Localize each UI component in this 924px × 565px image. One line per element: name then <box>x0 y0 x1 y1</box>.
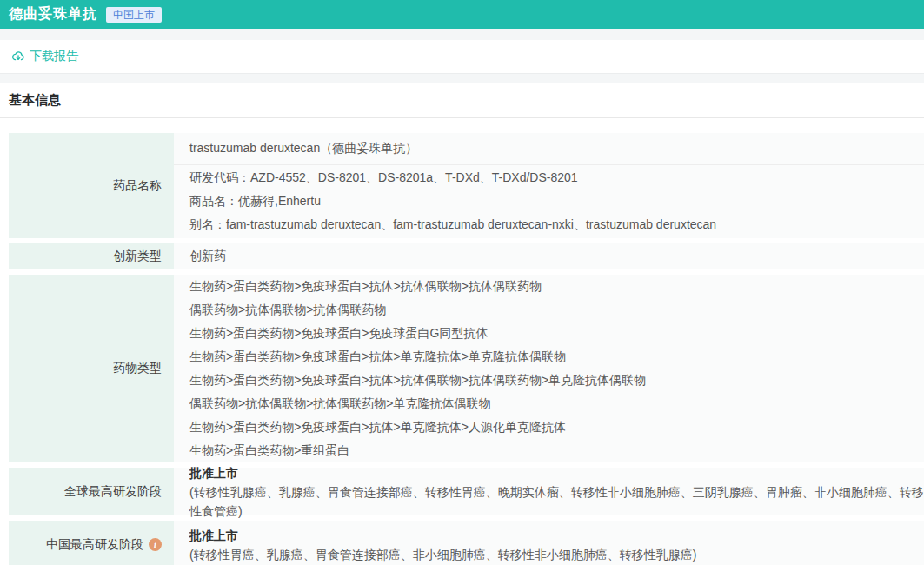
drug-type-line: 生物药>蛋白类药物>重组蛋白 <box>189 439 924 462</box>
drug-type-line: 生物药>蛋白类药物>免疫球蛋白>抗体>单克隆抗体>单克隆抗体偶联物 <box>189 345 924 369</box>
row-value-drug-type: 生物药>蛋白类药物>免疫球蛋白>抗体>抗体偶联物>抗体偶联药物 偶联药物>抗体偶… <box>174 275 924 462</box>
table-row-drug-type: 药物类型 生物药>蛋白类药物>免疫球蛋白>抗体>抗体偶联物>抗体偶联药物 偶联药… <box>9 275 924 462</box>
china-listed-badge: 中国上市 <box>106 7 162 23</box>
global-stage-indications: (转移性乳腺癌、乳腺癌、胃食管连接部癌、转移性胃癌、晚期实体瘤、转移性非小细胞肺… <box>189 482 924 521</box>
cloud-download-icon <box>11 50 25 63</box>
row-value-china-stage: 批准上市 (转移性胃癌、乳腺癌、胃食管连接部癌、非小细胞肺癌、转移性非小细胞肺癌… <box>174 521 924 565</box>
drug-alias-line: 别名：fam-trastuzumab deruxtecan、fam-trastu… <box>189 213 924 236</box>
drug-type-line: 生物药>蛋白类药物>免疫球蛋白>抗体>单克隆抗体>人源化单克隆抗体 <box>189 415 924 439</box>
drug-brand-line: 商品名：优赫得,Enhertu <box>189 189 924 213</box>
info-circle-icon[interactable]: i <box>149 538 162 551</box>
table-row-china-stage: 中国最高研发阶段 i 批准上市 (转移性胃癌、乳腺癌、胃食管连接部癌、非小细胞肺… <box>9 521 924 565</box>
page-title: 德曲妥珠单抗 <box>9 5 97 23</box>
row-label-global-stage: 全球最高研发阶段 <box>9 468 174 515</box>
table-row-drug-name: 药品名称 trastuzumab deruxtecan（德曲妥珠单抗） 研发代码… <box>9 133 924 238</box>
drug-type-line: 偶联药物>抗体偶联物>抗体偶联药物>单克隆抗体偶联物 <box>189 392 924 415</box>
row-label-drug-name: 药品名称 <box>9 133 174 238</box>
download-report-label: 下载报告 <box>30 49 78 64</box>
row-value-drug-name: trastuzumab deruxtecan（德曲妥珠单抗） 研发代码：AZD-… <box>174 133 924 238</box>
row-label-drug-type: 药物类型 <box>9 275 174 462</box>
drug-name-details: 研发代码：AZD-4552、DS-8201、DS-8201a、T-DXd、T-D… <box>174 165 924 237</box>
china-stage-indications: (转移性胃癌、乳腺癌、胃食管连接部癌、非小细胞肺癌、转移性非小细胞肺癌、转移性乳… <box>189 545 924 564</box>
row-label-china-stage: 中国最高研发阶段 i <box>9 521 174 565</box>
global-stage-status: 批准上市 <box>189 463 924 482</box>
row-label-innovation-type: 创新类型 <box>9 243 174 269</box>
table-row-innovation-type: 创新类型 创新药 <box>9 243 924 269</box>
china-stage-label-text: 中国最高研发阶段 <box>46 537 143 553</box>
download-report-card: 下载报告 <box>0 40 924 74</box>
section-title: 基本信息 <box>0 83 924 118</box>
drug-type-line: 生物药>蛋白类药物>免疫球蛋白>免疫球蛋白G同型抗体 <box>189 322 924 345</box>
download-report-button[interactable]: 下载报告 <box>11 49 78 64</box>
drug-name-primary: trastuzumab deruxtecan（德曲妥珠单抗） <box>174 133 924 165</box>
china-stage-status: 批准上市 <box>189 526 924 545</box>
row-value-innovation-type: 创新药 <box>174 243 924 269</box>
drug-type-line: 生物药>蛋白类药物>免疫球蛋白>抗体>抗体偶联物>抗体偶联药物 <box>189 275 924 298</box>
row-value-global-stage: 批准上市 (转移性乳腺癌、乳腺癌、胃食管连接部癌、转移性胃癌、晚期实体瘤、转移性… <box>174 468 924 515</box>
drug-code-line: 研发代码：AZD-4552、DS-8201、DS-8201a、T-DXd、T-D… <box>189 166 924 189</box>
basic-info-table: 药品名称 trastuzumab deruxtecan（德曲妥珠单抗） 研发代码… <box>0 118 924 565</box>
drug-type-line: 生物药>蛋白类药物>免疫球蛋白>抗体>抗体偶联物>抗体偶联药物>单克隆抗体偶联物 <box>189 369 924 392</box>
drug-type-line: 偶联药物>抗体偶联物>抗体偶联药物 <box>189 298 924 322</box>
table-row-global-stage: 全球最高研发阶段 批准上市 (转移性乳腺癌、乳腺癌、胃食管连接部癌、转移性胃癌、… <box>9 468 924 515</box>
basic-info-card: 基本信息 药品名称 trastuzumab deruxtecan（德曲妥珠单抗）… <box>0 83 924 565</box>
page-header: 德曲妥珠单抗 中国上市 <box>0 0 924 29</box>
